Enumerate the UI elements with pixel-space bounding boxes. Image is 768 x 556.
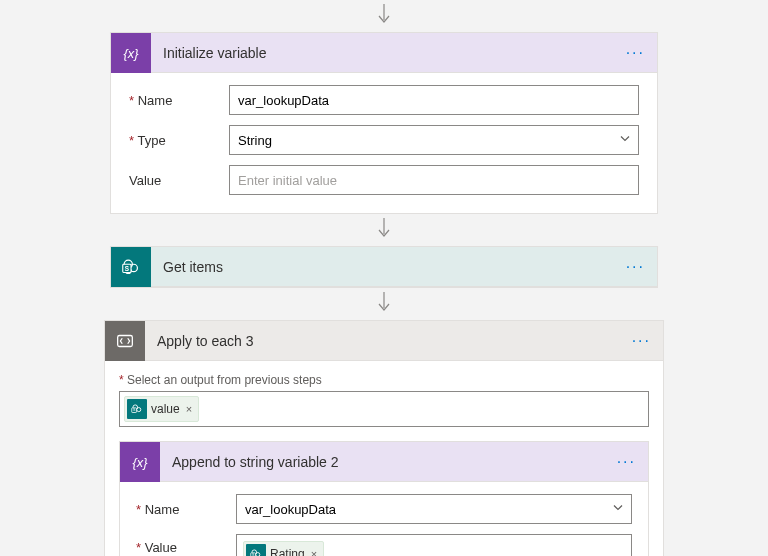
svg-text:{x}: {x} [133,454,149,469]
select-output-label: * Select an output from previous steps [119,373,649,387]
svg-text:{x}: {x} [124,45,140,60]
step-get-items[interactable]: S Get items ··· [110,246,658,288]
name-select[interactable] [236,494,632,524]
field-label: Value [129,173,229,188]
token-label: Rating [270,547,305,556]
value-input[interactable] [229,165,639,195]
token-remove-button[interactable]: × [309,548,319,556]
connector-arrow [375,218,393,242]
field-label: * Name [136,502,236,517]
step-header[interactable]: Apply to each 3 ··· [105,321,663,361]
sharepoint-icon: S [246,544,266,556]
step-menu-button[interactable]: ··· [605,454,648,470]
field-row-value: * Value S Rating × [136,534,632,556]
step-header[interactable]: S Get items ··· [111,247,657,287]
step-menu-button[interactable]: ··· [614,259,657,275]
step-menu-button[interactable]: ··· [620,333,663,349]
sharepoint-icon: S [111,247,151,287]
svg-text:S: S [125,264,130,271]
step-initialize-variable[interactable]: {x} Initialize variable ··· * Name * Typ… [110,32,658,214]
connector-arrow [375,292,393,316]
value-input[interactable]: S Rating × [236,534,632,556]
dynamic-content-token[interactable]: S Rating × [243,541,324,556]
field-row-value: Value [129,165,639,195]
field-row-name: * Name [136,494,632,524]
step-title: Append to string variable 2 [160,454,605,470]
step-title: Initialize variable [151,45,614,61]
step-header[interactable]: {x} Append to string variable 2 ··· [120,442,648,482]
connector-arrow [375,4,393,28]
field-label: * Name [129,93,229,108]
step-title: Apply to each 3 [145,333,620,349]
field-label: * Value [136,534,236,555]
step-append-to-string-variable[interactable]: {x} Append to string variable 2 ··· * Na… [119,441,649,556]
step-apply-to-each[interactable]: Apply to each 3 ··· * Select an output f… [104,320,664,556]
variable-icon: {x} [120,442,160,482]
step-body: * Name * Type Value [111,73,657,213]
token-label: value [151,402,180,416]
step-menu-button[interactable]: ··· [614,45,657,61]
loop-icon [105,321,145,361]
field-row-name: * Name [129,85,639,115]
svg-point-16 [256,553,260,556]
flow-canvas: {x} Initialize variable ··· * Name * Typ… [0,0,768,556]
dynamic-content-token[interactable]: S value × [124,396,199,422]
step-header[interactable]: {x} Initialize variable ··· [111,33,657,73]
token-remove-button[interactable]: × [184,403,194,415]
type-select[interactable] [229,125,639,155]
field-label: * Type [129,133,229,148]
name-input[interactable] [229,85,639,115]
step-title: Get items [151,259,614,275]
svg-point-11 [137,408,141,412]
select-output-input[interactable]: S value × [119,391,649,427]
variable-icon: {x} [111,33,151,73]
step-body: * Select an output from previous steps S… [105,361,663,556]
field-row-type: * Type [129,125,639,155]
sharepoint-icon: S [127,399,147,419]
step-body: * Name * Value S [120,482,648,556]
